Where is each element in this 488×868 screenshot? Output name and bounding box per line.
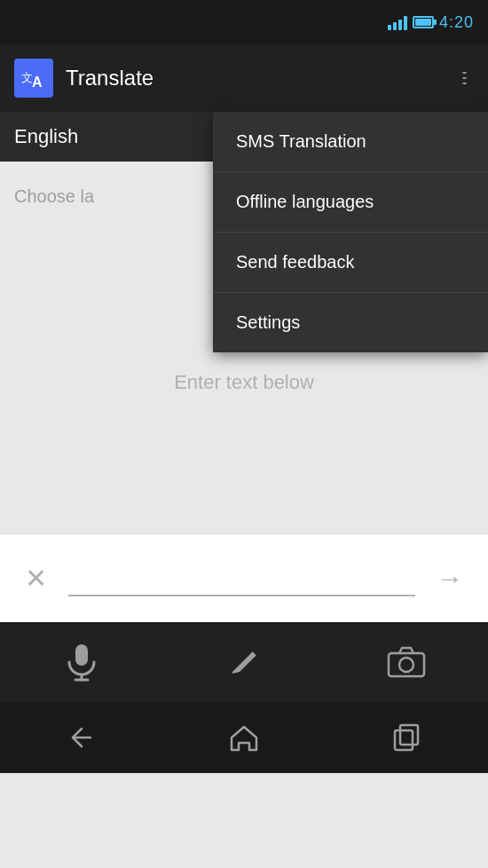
dropdown-menu: SMS Translation Offline languages Send f… bbox=[213, 112, 488, 352]
menu-item-offline-languages[interactable]: Offline languages bbox=[213, 172, 488, 233]
home-button[interactable] bbox=[213, 715, 275, 760]
status-icons: 4:20 bbox=[388, 13, 474, 32]
clear-button[interactable]: ✕ bbox=[18, 558, 54, 599]
menu-item-settings[interactable]: Settings bbox=[213, 293, 488, 352]
status-bar: 4:20 bbox=[0, 0, 488, 44]
svg-text:A: A bbox=[32, 75, 43, 90]
back-button[interactable] bbox=[51, 715, 113, 760]
choose-language-text: Choose la bbox=[14, 186, 94, 207]
text-input[interactable] bbox=[68, 561, 415, 596]
app-icon: 文 A bbox=[14, 59, 53, 98]
nav-bar bbox=[0, 702, 488, 773]
svg-rect-7 bbox=[395, 730, 413, 750]
microphone-button[interactable] bbox=[55, 635, 108, 689]
svg-point-6 bbox=[399, 658, 413, 672]
edit-button[interactable] bbox=[217, 635, 271, 689]
input-area: ✕ → bbox=[0, 533, 488, 622]
app-title: Translate bbox=[66, 66, 455, 91]
signal-icon bbox=[388, 14, 407, 30]
battery-icon bbox=[413, 16, 434, 28]
translate-icon: 文 A bbox=[20, 64, 48, 92]
menu-item-send-feedback[interactable]: Send feedback bbox=[213, 233, 488, 293]
bottom-toolbar bbox=[0, 622, 488, 702]
svg-rect-2 bbox=[75, 644, 88, 666]
camera-button[interactable] bbox=[380, 635, 433, 689]
svg-rect-8 bbox=[400, 725, 418, 745]
app-bar: 文 A Translate bbox=[0, 44, 488, 112]
recents-button[interactable] bbox=[375, 715, 437, 760]
menu-item-sms-translation[interactable]: SMS Translation bbox=[213, 112, 488, 172]
selected-language-label: English bbox=[14, 125, 78, 148]
enter-text-hint: Enter text below bbox=[174, 371, 314, 394]
status-time: 4:20 bbox=[439, 13, 474, 32]
overflow-menu-button[interactable] bbox=[455, 65, 474, 91]
send-button[interactable]: → bbox=[429, 556, 470, 601]
